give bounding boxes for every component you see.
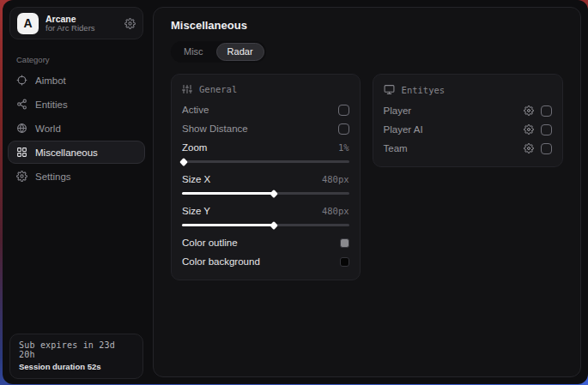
sidebar-item-label: Aimbot	[35, 75, 66, 86]
sidebar-nav: Aimbot Entities World Miscellaneous Sett…	[8, 68, 145, 189]
general-card: General Active Show Distance Zoom 1%	[171, 74, 361, 280]
sidebar-item-settings[interactable]: Settings	[8, 165, 145, 188]
sidebar-item-label: World	[35, 123, 61, 134]
sub-expiry-text: Sub expires in 23d 20h	[19, 340, 134, 359]
size-x-value: 480px	[322, 174, 349, 184]
app-logo: A	[17, 13, 39, 34]
entities-card: Entityes Player Player AI	[373, 74, 563, 167]
size-y-value: 480px	[322, 206, 349, 216]
player-gear-icon[interactable]	[524, 105, 534, 116]
player-ai-gear-icon[interactable]	[524, 124, 534, 135]
team-gear-icon[interactable]	[524, 143, 534, 153]
slider-thumb[interactable]	[270, 189, 278, 198]
row-color-outline: Color outline	[182, 233, 349, 252]
sidebar-item-world[interactable]: World	[8, 117, 145, 140]
size-y-slider[interactable]	[182, 221, 349, 229]
sidebar-item-entities[interactable]: Entities	[8, 93, 145, 116]
row-size-x: Size X 480px	[182, 170, 349, 189]
tab-bar: Misc Radar	[171, 41, 266, 63]
row-zoom: Zoom 1%	[182, 138, 349, 157]
tab-radar[interactable]: Radar	[216, 43, 264, 61]
row-player: Player	[384, 101, 552, 120]
player-checkbox[interactable]	[541, 105, 552, 117]
row-active: Active	[182, 100, 349, 119]
color-outline-swatch[interactable]	[340, 238, 349, 248]
sidebar-item-label: Miscellaneous	[35, 147, 98, 158]
show-distance-checkbox[interactable]	[338, 123, 349, 135]
slider-thumb[interactable]	[179, 158, 188, 166]
sliders-icon	[182, 84, 192, 94]
size-x-slider[interactable]	[182, 189, 349, 197]
row-label: Size X	[182, 174, 210, 184]
category-label: Category	[16, 55, 150, 64]
gear-icon	[16, 171, 27, 182]
sidebar: A Arcane for Arc Riders Category Aimbot …	[3, 0, 150, 384]
cards-row: General Active Show Distance Zoom 1%	[171, 74, 563, 280]
sidebar-item-miscellaneous[interactable]: Miscellaneous	[8, 141, 145, 164]
row-label: Team	[384, 143, 408, 153]
row-color-background: Color background	[182, 252, 349, 271]
brand-gear-icon[interactable]	[124, 18, 136, 29]
row-label: Active	[182, 105, 209, 115]
player-ai-checkbox[interactable]	[541, 124, 552, 135]
grid-icon	[16, 147, 27, 158]
row-label: Color outline	[182, 238, 238, 248]
monitor-icon	[384, 84, 395, 95]
app-window: A Arcane for Arc Riders Category Aimbot …	[3, 0, 588, 384]
active-checkbox[interactable]	[338, 105, 349, 116]
sidebar-item-label: Settings	[35, 171, 71, 182]
row-label: Zoom	[182, 142, 207, 153]
app-subtitle: for Arc Riders	[45, 24, 118, 33]
row-show-distance: Show Distance	[182, 119, 349, 138]
main-panel: Miscellaneous Misc Radar General Active …	[153, 7, 581, 377]
brand-card: A Arcane for Arc Riders	[9, 7, 143, 39]
row-label: Player	[384, 105, 412, 116]
crosshair-icon	[16, 75, 27, 86]
row-player-ai: Player AI	[384, 120, 552, 139]
card-title: General	[199, 84, 237, 94]
slider-thumb[interactable]	[270, 221, 278, 230]
row-label: Color background	[182, 256, 260, 267]
session-duration-text: Session duration 52s	[19, 362, 134, 371]
row-size-y: Size Y 480px	[182, 202, 349, 220]
app-name: Arcane	[45, 14, 118, 24]
sidebar-item-label: Entities	[35, 99, 68, 110]
zoom-slider[interactable]	[182, 158, 349, 165]
row-label: Show Distance	[182, 123, 248, 134]
color-background-swatch[interactable]	[340, 257, 349, 267]
globe-icon	[16, 123, 27, 134]
row-label: Size Y	[182, 206, 210, 216]
page-title: Miscellaneous	[171, 19, 563, 32]
subscription-box: Sub expires in 23d 20h Session duration …	[9, 334, 143, 379]
card-title: Entityes	[402, 85, 446, 95]
row-label: Player AI	[384, 124, 423, 135]
team-checkbox[interactable]	[541, 143, 552, 154]
row-team: Team	[384, 139, 552, 158]
tab-misc[interactable]: Misc	[173, 43, 215, 61]
sidebar-item-aimbot[interactable]: Aimbot	[8, 69, 145, 92]
share-nodes-icon	[16, 99, 27, 110]
zoom-value: 1%	[338, 142, 349, 153]
